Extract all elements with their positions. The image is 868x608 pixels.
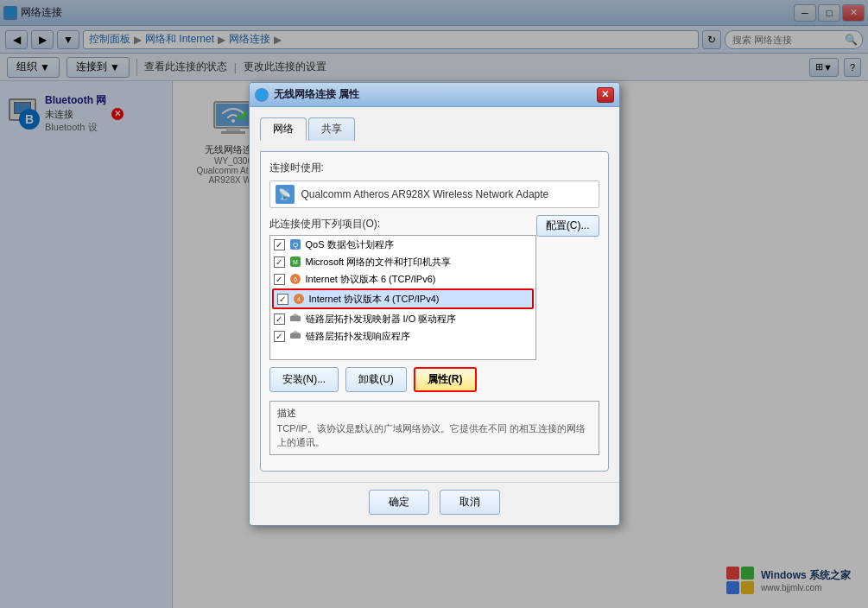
protocol-name-qos: QoS 数据包计划程序 — [306, 238, 394, 251]
checkbox-qos[interactable] — [274, 239, 285, 250]
description-text: TCP/IP。该协议是默认的广域网络协议。它提供在不同 的相互连接的网络上的通讯… — [277, 422, 592, 449]
protocol-item-ms[interactable]: M Microsoft 网络的文件和打印机共享 — [270, 253, 535, 270]
protocol-item-ipv4[interactable]: 4 Internet 协议版本 4 (TCP/IPv4) — [272, 288, 534, 309]
checkbox-ipv6[interactable] — [274, 274, 285, 285]
protocol-item-llresp[interactable]: 链路层拓扑发现响应程序 — [270, 327, 535, 345]
dialog-title-icon: 🌐 — [255, 88, 269, 102]
svg-marker-17 — [291, 314, 300, 316]
checkbox-ms[interactable] — [274, 256, 285, 268]
tab-share[interactable]: 共享 — [308, 117, 355, 141]
ipv6-icon: 6 — [288, 272, 302, 286]
ipv4-icon: 4 — [292, 292, 306, 306]
svg-text:Q: Q — [292, 241, 297, 249]
checkbox-llmap[interactable] — [274, 314, 285, 325]
protocol-name-llresp: 链路层拓扑发现响应程序 — [306, 330, 410, 343]
ms-icon: M — [288, 255, 302, 269]
llmap-icon — [288, 312, 302, 326]
tab-network-content: 连接时使用: 📡 Qualcomm Atheros AR928X Wireles… — [260, 151, 609, 472]
properties-button[interactable]: 属性(R) — [414, 367, 477, 392]
adapter-name: Qualcomm Atheros AR928X Wireless Network… — [301, 188, 593, 200]
protocol-name-ipv6: Internet 协议版本 6 (TCP/IPv6) — [306, 273, 436, 286]
dialog-body: 网络 共享 连接时使用: 📡 Qualcomm Atheros AR928X W… — [250, 107, 619, 482]
properties-dialog: 🌐 无线网络连接 属性 ✕ 网络 共享 连接时使用: 📡 Qualcomm — [249, 82, 620, 526]
desktop: 🌐 网络连接 ─ □ ✕ ◀ ▶ ▼ 控制面板 ▶ 网络和 Internet ▶… — [0, 0, 868, 608]
svg-marker-19 — [291, 331, 300, 333]
tab-network[interactable]: 网络 — [260, 117, 307, 141]
svg-text:M: M — [293, 259, 298, 265]
protocol-list: Q QoS 数据包计划程序 M Microsoft 网络的文件和打印机共享 — [269, 235, 536, 360]
config-button[interactable]: 配置(C)... — [536, 215, 599, 237]
protocol-item-llmap[interactable]: 链路层拓扑发现映射器 I/O 驱动程序 — [270, 310, 535, 327]
svg-text:6: 6 — [294, 276, 297, 282]
install-button[interactable]: 安装(N)... — [269, 367, 339, 392]
adapter-icon: 📡 — [276, 185, 295, 204]
protocol-name-llmap: 链路层拓扑发现映射器 I/O 驱动程序 — [306, 313, 457, 326]
uninstall-button[interactable]: 卸载(U) — [345, 367, 407, 392]
adapter-row: 📡 Qualcomm Atheros AR928X Wireless Netwo… — [269, 180, 599, 208]
protocol-name-ipv4: Internet 协议版本 4 (TCP/IPv4) — [309, 293, 440, 306]
cancel-button[interactable]: 取消 — [440, 490, 500, 515]
protocol-item-ipv6[interactable]: 6 Internet 协议版本 6 (TCP/IPv6) — [270, 270, 535, 288]
description-title: 描述 — [277, 407, 592, 420]
connect-using-label: 连接时使用: — [269, 161, 599, 175]
svg-rect-18 — [290, 333, 301, 339]
dialog-footer: 确定 取消 — [250, 482, 619, 525]
qos-icon: Q — [288, 238, 302, 251]
svg-rect-16 — [290, 316, 301, 321]
checkbox-llresp[interactable] — [274, 331, 285, 342]
ok-button[interactable]: 确定 — [369, 490, 429, 515]
svg-text:4: 4 — [297, 296, 301, 302]
checkbox-ipv4[interactable] — [277, 294, 288, 305]
dialog-title-bar: 🌐 无线网络连接 属性 ✕ — [250, 83, 619, 107]
description-box: 描述 TCP/IP。该协议是默认的广域网络协议。它提供在不同 的相互连接的网络上… — [269, 401, 599, 455]
dialog-title-text: 无线网络连接 属性 — [274, 87, 597, 102]
dialog-close-button[interactable]: ✕ — [597, 87, 614, 103]
protocol-item-qos[interactable]: Q QoS 数据包计划程序 — [270, 236, 535, 253]
llresp-icon — [288, 329, 302, 343]
modal-overlay: 🌐 无线网络连接 属性 ✕ 网络 共享 连接时使用: 📡 Qualcomm — [0, 0, 868, 608]
protocol-name-ms: Microsoft 网络的文件和打印机共享 — [306, 256, 452, 269]
dialog-tabs: 网络 共享 — [260, 117, 609, 141]
action-buttons: 安装(N)... 卸载(U) 属性(R) — [269, 367, 599, 392]
